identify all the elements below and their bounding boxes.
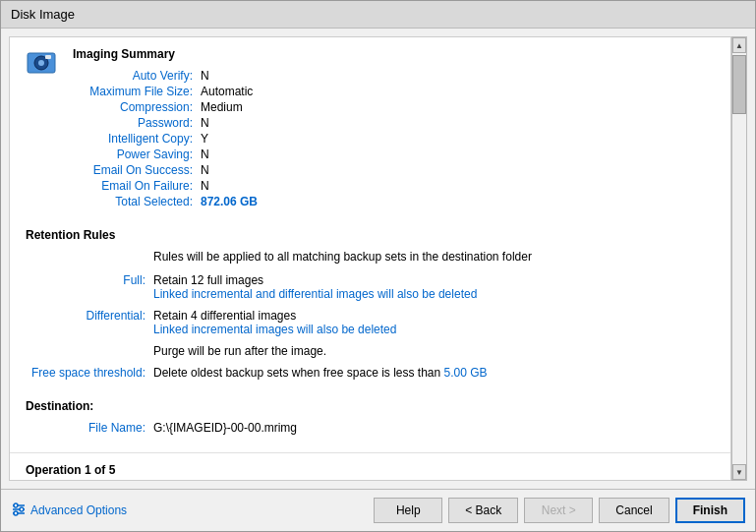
- intelligent-copy-value: Y: [201, 132, 258, 146]
- retention-rules-title: Retention Rules: [26, 228, 715, 242]
- scrollbar-thumb[interactable]: [732, 55, 746, 114]
- advanced-options-icon: [11, 502, 27, 520]
- differential-line1: Retain 4 differential images: [153, 309, 715, 323]
- scrollbar-up-button[interactable]: ▲: [732, 37, 746, 53]
- operation-section: Operation 1 of 5 Hard Disk: 1 Drive Lett…: [10, 453, 730, 481]
- svg-rect-3: [45, 55, 51, 59]
- free-space-label: Free space threshold:: [26, 366, 153, 380]
- compression-label: Compression:: [73, 100, 201, 114]
- footer-buttons: Help < Back Next > Cancel Finish: [374, 498, 745, 523]
- free-space-amount: 5.00 GB: [444, 366, 488, 380]
- filename-label: File Name:: [26, 421, 153, 435]
- power-saving-label: Power Saving:: [73, 148, 201, 161]
- retention-rules-section: Retention Rules Rules will be applied to…: [10, 218, 730, 389]
- compression-value: Medium: [201, 100, 258, 114]
- total-selected-label: Total Selected:: [73, 195, 201, 208]
- title-bar: Disk Image: [1, 1, 755, 29]
- full-retention-row: Full: Retain 12 full images Linked incre…: [26, 273, 715, 301]
- full-line2: Linked incremental and differential imag…: [153, 287, 715, 301]
- max-file-size-label: Maximum File Size:: [73, 85, 201, 98]
- summary-grid: Auto Verify: N Maximum File Size: Automa…: [73, 69, 258, 208]
- email-success-label: Email On Success:: [73, 163, 201, 177]
- back-button[interactable]: < Back: [448, 498, 518, 523]
- free-space-row: Free space threshold: Delete oldest back…: [26, 366, 715, 380]
- password-label: Password:: [73, 116, 201, 130]
- content-area: Imaging Summary Auto Verify: N Maximum F…: [1, 29, 755, 489]
- disk-image-icon: [26, 47, 57, 79]
- svg-point-7: [14, 503, 18, 507]
- imaging-summary-content: Imaging Summary Auto Verify: N Maximum F…: [73, 47, 258, 208]
- email-failure-label: Email On Failure:: [73, 179, 201, 193]
- filename-row: File Name: G:\{IMAGEID}-00-00.mrimg: [26, 421, 715, 435]
- total-selected-value: 872.06 GB: [201, 195, 258, 208]
- svg-point-2: [38, 60, 44, 66]
- full-label: Full:: [26, 273, 153, 301]
- email-success-value: N: [201, 163, 258, 177]
- advanced-options-link[interactable]: Advanced Options: [11, 502, 127, 520]
- power-saving-value: N: [201, 148, 258, 161]
- max-file-size-value: Automatic: [201, 85, 258, 98]
- next-button[interactable]: Next >: [524, 498, 593, 523]
- intelligent-copy-label: Intelligent Copy:: [73, 132, 201, 146]
- password-value: N: [201, 116, 258, 130]
- svg-point-9: [14, 511, 18, 515]
- free-space-value: Delete oldest backup sets when free spac…: [153, 366, 715, 380]
- retention-description: Rules will be applied to all matching ba…: [153, 250, 715, 264]
- operation-title: Operation 1 of 5: [26, 463, 715, 477]
- auto-verify-label: Auto Verify:: [73, 69, 201, 83]
- window-title: Disk Image: [11, 7, 75, 22]
- cancel-button[interactable]: Cancel: [599, 498, 669, 523]
- filename-value: G:\{IMAGEID}-00-00.mrimg: [153, 421, 715, 435]
- imaging-summary-section: Imaging Summary Auto Verify: N Maximum F…: [10, 37, 730, 218]
- help-button[interactable]: Help: [374, 498, 442, 523]
- footer: Advanced Options Help < Back Next > Canc…: [1, 489, 755, 531]
- full-value: Retain 12 full images Linked incremental…: [153, 273, 715, 301]
- main-scroll-area[interactable]: Imaging Summary Auto Verify: N Maximum F…: [9, 36, 731, 481]
- scrollbar[interactable]: ▲ ▼: [731, 36, 747, 481]
- differential-line2: Linked incremental images will also be d…: [153, 323, 715, 336]
- imaging-summary-title: Imaging Summary: [73, 47, 258, 61]
- purge-note: Purge will be run after the image.: [153, 344, 715, 358]
- svg-point-8: [20, 507, 24, 511]
- differential-retention-row: Differential: Retain 4 differential imag…: [26, 309, 715, 336]
- disk-image-window: Disk Image Imaging Summary Auto Verify:: [0, 0, 756, 532]
- differential-value: Retain 4 differential images Linked incr…: [153, 309, 715, 336]
- finish-button[interactable]: Finish: [675, 498, 745, 523]
- scrollbar-down-button[interactable]: ▼: [732, 464, 746, 480]
- destination-section: Destination: File Name: G:\{IMAGEID}-00-…: [10, 389, 730, 453]
- full-line1: Retain 12 full images: [153, 273, 715, 287]
- advanced-options-label: Advanced Options: [30, 503, 127, 517]
- email-failure-value: N: [201, 179, 258, 193]
- auto-verify-value: N: [201, 69, 258, 83]
- differential-label: Differential:: [26, 309, 153, 336]
- destination-title: Destination:: [26, 399, 715, 413]
